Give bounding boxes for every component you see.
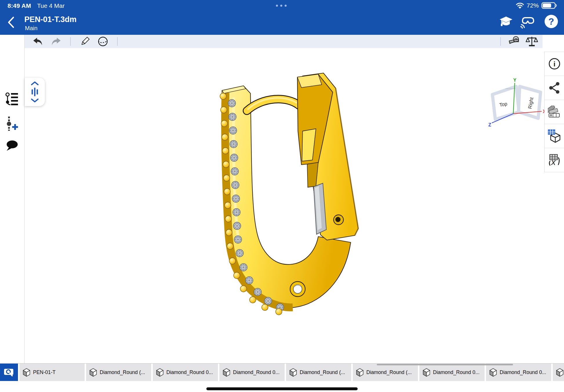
block-cube-icon <box>556 368 564 377</box>
file-strip-scrollbar[interactable] <box>377 364 513 365</box>
file-strip: PEN-01-T Diamond_Round (... Diamond_Roun… <box>0 363 564 381</box>
add-point-button[interactable] <box>5 117 19 130</box>
measure-button[interactable] <box>508 36 521 47</box>
toolbar-divider <box>70 37 71 46</box>
share-button[interactable] <box>545 76 564 100</box>
redo-button[interactable] <box>49 36 63 47</box>
earring-model <box>157 57 385 344</box>
share-icon <box>548 81 561 94</box>
status-bar: 8:49 AM Tue 4 Mar 72% <box>0 0 564 12</box>
file-tab[interactable]: Diamond_Round 0... <box>486 364 551 381</box>
svg-text:x: x <box>551 157 556 167</box>
block-cube-icon <box>223 368 230 377</box>
layout-name: Main <box>25 25 37 32</box>
help-icon: ? <box>545 15 558 28</box>
battery-percent: 72% <box>527 2 539 9</box>
axis-y-label: Y <box>513 78 516 83</box>
block-cube-icon <box>423 368 430 377</box>
status-date: Tue 4 Mar <box>37 2 65 9</box>
info-button[interactable]: i <box>545 52 564 76</box>
view-cube[interactable]: Top Right Y X Z <box>488 77 547 131</box>
ar-view-button[interactable] <box>521 14 536 29</box>
expressions-fx-icon: x <box>548 153 561 167</box>
view-adjust-tab[interactable] <box>25 78 45 106</box>
materials-button[interactable] <box>545 100 564 124</box>
annotate-pen-button[interactable] <box>78 36 92 47</box>
file-tab[interactable]: Diamond_Round 0... <box>219 364 285 381</box>
layer-tree-icon <box>5 92 19 106</box>
info-icon: i <box>548 57 561 70</box>
axis-z-label: Z <box>488 122 491 127</box>
file-tab[interactable]: Diamond_Round (... <box>86 364 151 381</box>
right-sidebar: i <box>544 52 564 172</box>
svg-text:i: i <box>554 60 556 68</box>
block-cube-icon <box>489 368 497 377</box>
unit-scale-button[interactable] <box>525 36 538 47</box>
status-time: 8:49 AM <box>8 2 31 9</box>
file-tab[interactable]: Diamond_Round 0... <box>153 364 218 381</box>
chevron-down-icon[interactable] <box>30 98 39 103</box>
wifi-icon <box>516 2 524 9</box>
block-cube-icon <box>289 368 297 377</box>
back-button[interactable] <box>5 15 18 30</box>
file-tab[interactable]: Diamond_Round (... <box>286 364 351 381</box>
battery-icon <box>541 2 557 9</box>
display-mode-sphere-button[interactable] <box>96 36 110 47</box>
undo-button[interactable] <box>31 36 45 47</box>
learn-button[interactable] <box>498 14 514 29</box>
left-sidebar <box>0 35 25 363</box>
graduation-cap-icon <box>499 15 513 28</box>
named-expressions-button[interactable]: x <box>545 148 564 172</box>
multitask-dots[interactable] <box>276 5 287 7</box>
block-cube-icon <box>89 368 97 377</box>
toolbar-divider <box>500 37 501 46</box>
sliders-icon[interactable] <box>30 87 39 97</box>
chevron-up-icon[interactable] <box>30 81 39 86</box>
materials-swatches-icon <box>548 106 561 118</box>
status-indicators: 72% <box>516 2 557 9</box>
help-button[interactable]: ? <box>544 14 559 29</box>
search-magnifier-icon <box>3 366 15 378</box>
add-point-icon <box>5 116 19 131</box>
display-cube-icon <box>548 129 561 143</box>
layers-panel-button[interactable] <box>5 92 19 106</box>
comments-button[interactable] <box>5 139 19 153</box>
toolbar-divider <box>117 37 118 46</box>
search-button[interactable] <box>0 364 18 381</box>
file-tab[interactable]: PEN-01-T <box>19 364 85 381</box>
ar-goggles-icon <box>520 14 537 29</box>
file-tab[interactable]: Diamond_Round (... <box>353 364 418 381</box>
block-cube-icon <box>356 368 364 377</box>
home-indicator[interactable] <box>206 387 358 390</box>
display-modes-button[interactable] <box>545 124 564 148</box>
block-cube-icon <box>156 368 164 377</box>
top-blue-bar: 8:49 AM Tue 4 Mar 72% <box>0 0 564 35</box>
viewport-toolbar <box>24 35 543 48</box>
file-tab[interactable]: Diamond_Round 0... <box>419 364 485 381</box>
file-tab-partial[interactable] <box>553 364 564 381</box>
3d-viewport[interactable]: Top Right Y X Z <box>25 48 544 363</box>
comment-bubble-icon <box>5 140 19 152</box>
block-cube-icon <box>23 368 30 377</box>
document-title: PEN-01-T.3dm <box>24 15 77 24</box>
